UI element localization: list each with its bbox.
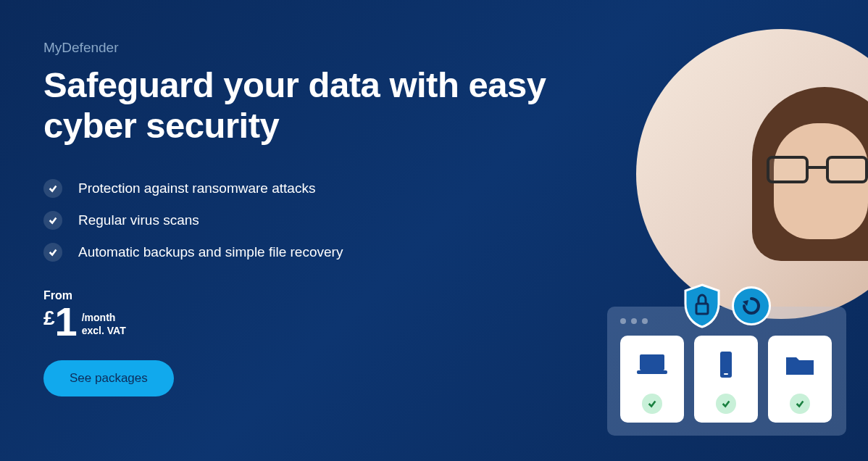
svg-rect-5 <box>724 373 728 375</box>
check-icon <box>43 211 62 230</box>
feature-item: Protection against ransomware attacks <box>43 179 825 198</box>
device-card-folder <box>768 336 832 423</box>
folder-icon <box>782 350 818 379</box>
price-vat-note: excl. VAT <box>82 324 126 337</box>
see-packages-button[interactable]: See packages <box>43 360 174 396</box>
headline: Safeguard your data with easy cyber secu… <box>43 65 551 146</box>
features-list: Protection against ransomware attacks Re… <box>43 179 825 262</box>
device-card-laptop <box>620 336 684 423</box>
restore-icon <box>732 286 771 325</box>
check-icon <box>43 179 62 198</box>
device-card-phone <box>694 336 758 423</box>
price-amount: 1 <box>55 304 78 340</box>
product-name: MyDefender <box>43 40 825 56</box>
feature-text: Regular virus scans <box>78 212 199 228</box>
window-dot <box>620 318 626 324</box>
feature-item: Automatic backups and simple file recove… <box>43 243 825 262</box>
top-icons <box>683 283 771 328</box>
feature-text: Protection against ransomware attacks <box>78 180 315 196</box>
price-period: /month excl. VAT <box>82 311 126 337</box>
svg-rect-2 <box>640 354 664 370</box>
price-currency: £ <box>43 307 55 330</box>
price-period-text: /month <box>82 312 116 323</box>
feature-item: Regular virus scans <box>43 211 825 230</box>
svg-rect-3 <box>637 370 667 374</box>
check-icon <box>43 243 62 262</box>
feature-text: Automatic backups and simple file recove… <box>78 244 343 260</box>
check-icon <box>716 394 736 414</box>
phone-icon <box>708 350 744 379</box>
window-dot <box>631 318 637 324</box>
icon-panel <box>607 307 846 436</box>
shield-lock-icon <box>683 283 722 328</box>
check-icon <box>790 394 810 414</box>
laptop-icon <box>634 350 670 379</box>
window-dot <box>642 318 648 324</box>
check-icon <box>642 394 662 414</box>
